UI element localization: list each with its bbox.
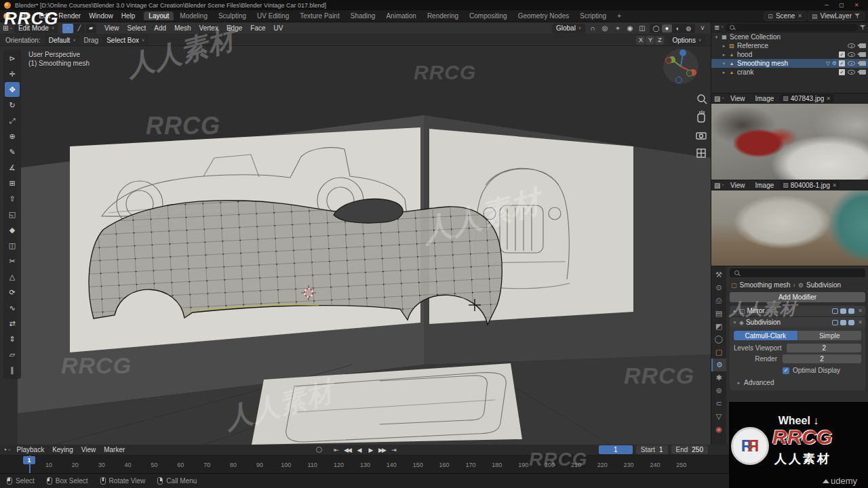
menu-view[interactable]: View [726,95,749,102]
mode-selector[interactable]: Edit Mode [14,24,58,33]
tab-render[interactable]: ⊙ [711,281,726,294]
menu-file[interactable]: File [16,12,35,20]
edit-mode-display-toggle[interactable] [832,308,838,314]
extrude-region-tool[interactable]: ⇧ [5,191,20,206]
maximize-button[interactable]: ▢ [834,2,849,8]
axis-x-toggle[interactable]: X [636,36,645,45]
workspace-tab-shading[interactable]: Shading [346,12,380,20]
menu-marker[interactable]: Marker [100,446,129,453]
cursor-tool[interactable]: ✛ [5,66,20,81]
proportional-editing-toggle[interactable]: ◎ [599,24,610,33]
outliner-row-reference[interactable]: ▸ ▨ Reference [711,41,868,50]
menu-mesh[interactable]: Mesh [170,24,195,32]
menu-vertex[interactable]: Vertex [195,24,222,32]
tab-output[interactable]: ⎙ [711,294,726,307]
collapse-arrow-icon[interactable]: ▾ [732,320,737,325]
jump-to-start-button[interactable]: ⇤ [331,446,340,455]
render-display-toggle[interactable] [848,320,854,325]
workspace-tab-modeling[interactable]: Modeling [175,12,212,20]
modifier-name[interactable]: Subdivision [746,319,781,326]
next-keyframe-button[interactable]: ▶▶ [377,446,387,455]
add-workspace-button[interactable]: + [612,12,626,20]
image-editor-selector[interactable]: ▨ [714,182,724,189]
outliner-filter-icon[interactable] [860,24,866,30]
shading-options-dropdown[interactable]: ˅ [697,24,708,33]
navigation-gizmo[interactable] [663,49,698,84]
menu-view[interactable]: View [726,182,749,189]
inset-faces-tool[interactable]: ◱ [5,207,20,222]
image-editor-selector[interactable]: ▨ [714,95,724,102]
unlink-image-icon[interactable]: ✕ [826,96,831,102]
workspace-tab-layout[interactable]: Layout [144,12,174,20]
exclude-checkbox[interactable] [839,69,845,75]
tab-tool[interactable]: ⚒ [711,268,726,281]
reference-photo-silver-car[interactable] [711,190,868,266]
poly-build-tool[interactable]: △ [5,269,20,284]
shrink-fatten-tool[interactable]: ⇕ [5,331,20,346]
show-overlays-toggle[interactable]: ◉ [625,24,635,33]
expand-arrow-icon[interactable]: ▸ [722,43,726,49]
scale-tool[interactable]: ⤢ [5,113,20,128]
levels-viewport-field[interactable]: 2 [787,344,861,352]
blender-app-icon[interactable] [3,13,10,20]
expand-arrow-icon[interactable]: ▾ [714,35,719,40]
workspace-tab-compositing[interactable]: Compositing [465,12,512,20]
rendered-shading-button[interactable]: ◍ [684,24,694,33]
hide-toggle-icon[interactable] [848,61,855,66]
render-visibility-icon[interactable] [859,61,866,66]
edge-slide-tool[interactable]: ⇄ [5,316,20,331]
simple-button[interactable]: Simple [797,331,862,340]
render-levels-field[interactable]: 2 [783,354,861,363]
axis-y-toggle[interactable]: Y [646,36,654,45]
workspace-tab-geometry-nodes[interactable]: Geometry Nodes [513,12,574,20]
workspace-tab-scripting[interactable]: Scripting [575,12,611,20]
collapse-arrow-icon[interactable]: ▾ [722,61,726,66]
expand-arrow-icon[interactable]: ▸ [722,70,726,75]
minimize-button[interactable]: ─ [819,2,834,8]
tab-modifiers[interactable]: ⚙ [711,359,726,371]
hide-toggle-icon[interactable] [848,70,855,75]
viewlayer-filter-icon[interactable] [854,13,861,19]
auto-keying-toggle[interactable] [316,447,322,453]
rotate-tool[interactable]: ↻ [5,98,20,113]
start-frame-field[interactable]: Start1 [636,445,668,454]
workspace-tab-rendering[interactable]: Rendering [422,12,463,20]
outliner-row-scene-collection[interactable]: ▾ ▦ Scene Collection [711,33,868,41]
reference-photo-red-car[interactable] [711,104,868,180]
breadcrumb-object[interactable]: Smoothing mesh [740,281,791,289]
jump-to-end-button[interactable]: ⇥ [389,446,398,455]
outliner-item-label[interactable]: Reference [737,42,846,49]
outliner-search-input[interactable] [726,24,858,31]
wireframe-shading-button[interactable]: ◯ [651,24,661,33]
rip-region-tool[interactable]: ∥ [5,363,20,378]
breadcrumb-modifier[interactable]: Subdivision [806,281,841,289]
transform-tool[interactable]: ⊕ [5,129,20,144]
image-datablock-selector[interactable]: ▨ 804008-1.jpg ✕ [780,181,840,189]
tweak-select-tool[interactable]: ⊳ [5,51,20,66]
workspace-tab-animation[interactable]: Animation [381,12,420,20]
advanced-section-toggle[interactable]: ▸ Advanced [736,379,861,386]
measure-tool[interactable]: ∡ [5,160,20,175]
exclude-checkbox[interactable] [839,52,845,58]
tab-material[interactable]: ◉ [711,423,726,436]
play-reverse-button[interactable]: ◀ [354,446,363,455]
axis-z-toggle[interactable]: Z [655,36,664,45]
optimal-display-checkbox[interactable] [783,367,789,374]
menu-view[interactable]: View [77,446,100,453]
playhead-frame-label[interactable]: 1 [23,456,35,464]
delete-modifier-icon[interactable]: ✕ [858,319,863,325]
options-dropdown[interactable]: Options [668,35,705,45]
workspace-tab-uv-editing[interactable]: UV Editing [252,12,294,20]
current-frame-field[interactable]: 1 [599,445,633,454]
tab-world[interactable]: ◯ [711,333,726,346]
knife-tool[interactable]: ✂ [5,253,20,268]
menu-edit[interactable]: Edit [35,12,54,20]
realtime-display-toggle[interactable] [840,308,846,314]
smooth-tool[interactable]: ∿ [5,300,20,315]
outliner-item-label[interactable]: Scene Collection [730,33,866,41]
transform-orientation-selector[interactable]: Global [552,24,585,33]
add-cube-tool[interactable]: ⊞ [5,176,20,190]
outliner-item-label[interactable]: crank [737,68,837,76]
render-visibility-icon[interactable] [859,52,866,57]
play-button[interactable]: ▶ [366,446,375,455]
